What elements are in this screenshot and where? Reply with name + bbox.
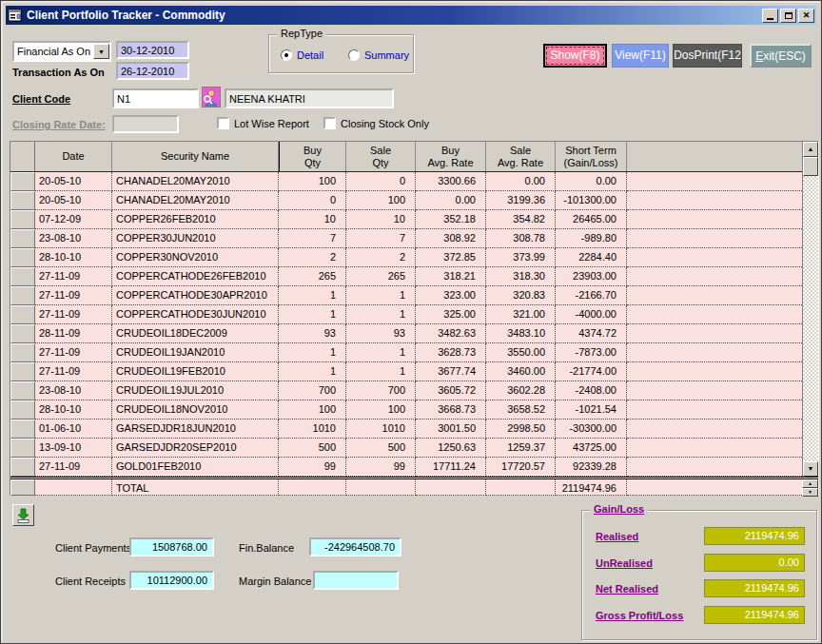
table-row[interactable]: 07-12-09COPPER26FEB20101010352.18354.822…	[10, 210, 802, 229]
cell-sale-qty[interactable]: 7	[346, 229, 416, 248]
export-button[interactable]	[12, 504, 34, 526]
row-selector[interactable]	[10, 210, 35, 229]
cell-filler[interactable]	[627, 286, 802, 305]
cell-buy-avg-rate[interactable]: 3605.72	[416, 381, 486, 400]
cell-security-name[interactable]: COPPERCATHODE30JUN2010	[112, 305, 279, 324]
cell-sale-qty[interactable]: 1	[346, 343, 416, 362]
cell-sale-qty[interactable]: 100	[346, 191, 416, 210]
maximize-button[interactable]	[780, 9, 796, 23]
cell-buy-avg-rate[interactable]: 3677.74	[416, 362, 486, 381]
show-button[interactable]: Show(F8)	[543, 44, 607, 68]
radio-detail[interactable]: Detail	[281, 49, 323, 61]
table-row[interactable]: 13-09-10GARSEDJDR20SEP20105005001250.631…	[10, 439, 802, 458]
cell-buy-avg-rate[interactable]: 1250.63	[416, 439, 486, 458]
cell-sale-qty[interactable]: 2	[346, 248, 416, 267]
cell-short-term[interactable]: -101300.00	[556, 191, 627, 210]
row-selector[interactable]	[10, 172, 35, 191]
cell-sale-qty[interactable]: 1	[346, 305, 416, 324]
row-selector[interactable]	[10, 362, 35, 381]
cell-buy-qty[interactable]: 1	[279, 362, 346, 381]
client-code-input[interactable]: N1	[112, 88, 199, 108]
cell-security-name[interactable]: COPPERCATHODE26FEB2010	[112, 267, 279, 286]
lot-wise-report-checkbox-box[interactable]	[217, 117, 229, 129]
exit-button[interactable]: Exit(ESC)	[750, 44, 812, 68]
cell-date[interactable]: 23-08-10	[35, 381, 112, 400]
cell-buy-qty[interactable]: 265	[279, 267, 346, 286]
header-buy-qty[interactable]: BuyQty	[279, 142, 346, 171]
cell-short-term[interactable]: 2284.40	[556, 248, 627, 267]
cell-short-term[interactable]: -2408.00	[556, 381, 627, 400]
cell-buy-qty[interactable]: 0	[279, 191, 346, 210]
title-bar[interactable]: Client Portfolio Tracker - Commodity ✕	[6, 6, 816, 25]
header-sale-qty[interactable]: SaleQty	[346, 142, 416, 171]
grid-vscrollbar[interactable]: ▲ ▼	[802, 142, 818, 477]
cell-date[interactable]: 28-10-10	[35, 248, 112, 267]
cell-sale-avg-rate[interactable]: 3460.00	[486, 362, 556, 381]
cell-sale-qty[interactable]: 700	[346, 381, 416, 400]
row-selector[interactable]	[10, 286, 35, 305]
radio-summary-dot[interactable]	[348, 49, 360, 61]
cell-sale-avg-rate[interactable]: 3483.10	[486, 324, 556, 343]
cell-sale-avg-rate[interactable]: 3199.36	[486, 191, 556, 210]
client-payments-field[interactable]: 1508768.00	[129, 537, 214, 556]
header-security-name[interactable]: Security Name	[112, 142, 279, 171]
cell-sale-avg-rate[interactable]: 308.78	[486, 229, 556, 248]
cell-short-term[interactable]: -30300.00	[556, 420, 627, 439]
cell-filler[interactable]	[627, 362, 802, 381]
cell-sale-qty[interactable]: 1010	[346, 420, 416, 439]
cell-filler[interactable]	[627, 210, 802, 229]
row-selector[interactable]	[10, 248, 35, 267]
cell-filler[interactable]	[627, 381, 802, 400]
cell-buy-qty[interactable]: 100	[279, 172, 346, 191]
cell-filler[interactable]	[627, 343, 802, 362]
header-buy-avg-rate[interactable]: BuyAvg. Rate	[416, 142, 486, 171]
cell-date[interactable]: 28-10-10	[35, 400, 112, 420]
cell-buy-avg-rate[interactable]: 323.00	[416, 286, 486, 305]
row-selector[interactable]	[10, 229, 35, 248]
row-selector[interactable]	[10, 400, 35, 420]
cell-buy-qty[interactable]: 100	[279, 400, 346, 420]
table-row[interactable]: 23-08-10CRUDEOIL19JUL20107007003605.7236…	[10, 381, 802, 400]
cell-filler[interactable]	[627, 324, 802, 343]
cell-short-term[interactable]: 92339.28	[556, 458, 627, 477]
cell-buy-qty[interactable]: 10	[279, 210, 346, 229]
cell-security-name[interactable]: CRUDEOIL18NOV2010	[112, 400, 279, 420]
cell-sale-qty[interactable]: 1	[346, 286, 416, 305]
row-selector[interactable]	[10, 305, 35, 324]
cell-buy-qty[interactable]: 99	[279, 458, 346, 477]
cell-security-name[interactable]: COPPER30NOV2010	[112, 248, 279, 267]
table-row[interactable]: 27-11-09COPPERCATHODE26FEB2010265265318.…	[10, 267, 802, 286]
cell-sale-avg-rate[interactable]: 354.82	[486, 210, 556, 229]
cell-sale-qty[interactable]: 1	[346, 362, 416, 381]
view-button[interactable]: View(F11)	[612, 44, 669, 68]
cell-sale-qty[interactable]: 10	[346, 210, 416, 229]
fin-balance-field[interactable]: -242964508.70	[309, 537, 401, 556]
table-row[interactable]: 27-11-09COPPERCATHODE30JUN201011325.0032…	[10, 305, 802, 324]
table-row[interactable]: 27-11-09GOLD01FEB2010999917711.2417720.5…	[10, 458, 802, 477]
table-row[interactable]: 23-08-10COPPER30JUN201077308.92308.78-98…	[10, 229, 802, 248]
cell-buy-qty[interactable]: 93	[279, 324, 346, 343]
cell-sale-qty[interactable]: 100	[346, 400, 416, 420]
close-button[interactable]: ✕	[798, 9, 814, 23]
cell-date[interactable]: 13-09-10	[35, 439, 112, 458]
cell-short-term[interactable]: -1021.54	[556, 400, 627, 420]
cell-buy-qty[interactable]: 1	[279, 286, 346, 305]
table-row[interactable]: 28-11-09CRUDEOIL18DEC200993933482.633483…	[10, 324, 802, 343]
cell-sale-avg-rate[interactable]: 321.00	[486, 305, 556, 324]
row-selector[interactable]	[10, 191, 35, 210]
cell-buy-qty[interactable]: 1	[279, 305, 346, 324]
cell-sale-qty[interactable]: 500	[346, 439, 416, 458]
radio-detail-dot[interactable]	[281, 49, 292, 61]
cell-sale-avg-rate[interactable]: 3602.28	[486, 381, 556, 400]
cell-security-name[interactable]: GARSEDJDR18JUN2010	[112, 420, 279, 439]
cell-short-term[interactable]: -7873.00	[556, 343, 627, 362]
cell-buy-avg-rate[interactable]: 308.92	[416, 229, 486, 248]
cell-buy-avg-rate[interactable]: 318.21	[416, 267, 486, 286]
cell-filler[interactable]	[627, 458, 802, 477]
row-selector[interactable]	[10, 324, 35, 343]
row-selector[interactable]	[10, 479, 35, 496]
cell-sale-avg-rate[interactable]: 3550.00	[486, 343, 556, 362]
spinner-down-icon[interactable]: ▼	[802, 488, 818, 497]
cell-short-term[interactable]: -2166.70	[556, 286, 627, 305]
scroll-down-icon[interactable]: ▼	[803, 461, 818, 477]
